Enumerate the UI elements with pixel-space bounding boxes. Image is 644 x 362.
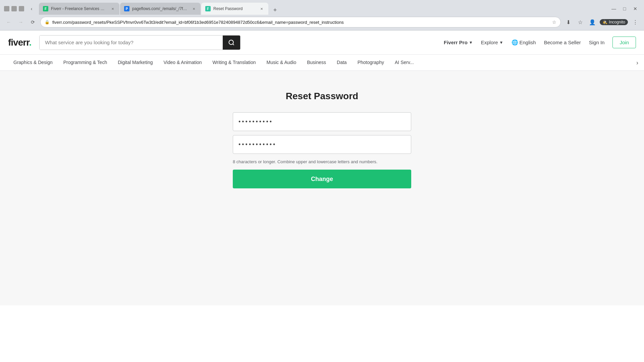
cat-label-0: Graphics & Design	[13, 60, 53, 65]
svg-line-1	[233, 44, 234, 45]
extensions-button[interactable]: ⋮	[631, 17, 640, 27]
cat-label-9: AI Serv...	[395, 60, 414, 65]
forward-button[interactable]: →	[16, 17, 25, 27]
browser-tab-2[interactable]: P pageflows.com/_/emails/_/7fb5... ✕	[120, 3, 201, 15]
bookmark-icon[interactable]: ☆	[552, 19, 556, 25]
browser-chrome: ‹ F Fiverr - Freelance Services Mar... ✕…	[0, 0, 644, 31]
tab-favicon-3: F	[205, 6, 211, 11]
logo-text: fiverr	[8, 37, 29, 48]
profile-button[interactable]: 👤	[588, 17, 597, 27]
cat-data[interactable]: Data	[331, 55, 352, 71]
tab-title-3: Reset Password	[213, 6, 256, 11]
language-link[interactable]: 🌐 English	[512, 39, 536, 46]
change-button-label: Change	[311, 176, 333, 182]
cat-business[interactable]: Business	[302, 55, 331, 71]
new-tab-button[interactable]: +	[270, 5, 280, 15]
fiverr-pro-link[interactable]: Fiverr Pro ▼	[444, 40, 473, 45]
page-title: Reset Password	[286, 91, 358, 102]
site-header: fiverr. Fiverr Pro ▼ Explore ▼ 🌐 E	[0, 31, 644, 55]
cat-label-3: Video & Animation	[163, 60, 202, 65]
category-nav-scroll-right[interactable]: ›	[631, 55, 644, 71]
category-nav: Graphics & Design Programming & Tech Dig…	[0, 55, 644, 71]
window-minimize-button[interactable]: —	[609, 4, 619, 13]
tabs-bar: F Fiverr - Freelance Services Mar... ✕ P…	[39, 3, 606, 15]
minimize-button[interactable]	[4, 6, 9, 11]
window-controls	[4, 6, 24, 11]
fiverr-page: fiverr. Fiverr Pro ▼ Explore ▼ 🌐 E	[0, 31, 644, 305]
search-input[interactable]	[40, 36, 223, 50]
sign-in-link[interactable]: Sign In	[589, 40, 605, 45]
bookmark-star-button[interactable]: ☆	[576, 17, 585, 27]
tab-close-2[interactable]: ✕	[191, 6, 197, 11]
become-seller-label: Become a Seller	[544, 40, 581, 45]
svg-point-0	[229, 40, 233, 44]
explore-link[interactable]: Explore ▼	[481, 40, 503, 45]
main-content: Reset Password 8 characters or longer. C…	[0, 71, 644, 305]
globe-icon: 🌐	[512, 39, 518, 46]
cat-digital-marketing[interactable]: Digital Marketing	[112, 55, 158, 71]
browser-tab-1[interactable]: F Fiverr - Freelance Services Mar... ✕	[39, 3, 119, 15]
download-button[interactable]: ⬇	[564, 17, 573, 27]
cat-ai-services[interactable]: AI Serv...	[389, 55, 419, 71]
cat-label-7: Data	[337, 60, 347, 65]
maximize-button[interactable]	[11, 6, 17, 11]
security-lock-icon: 🔒	[45, 20, 50, 24]
cat-label-5: Music & Audio	[267, 60, 297, 65]
incognito-icon: 🕵	[602, 20, 607, 24]
tab-favicon-2: P	[124, 6, 129, 11]
browser-title-bar: ‹ F Fiverr - Freelance Services Mar... ✕…	[0, 0, 644, 15]
confirm-password-input[interactable]	[233, 135, 411, 154]
search-button[interactable]	[223, 36, 240, 50]
cat-writing-translation[interactable]: Writing & Translation	[207, 55, 261, 71]
cat-programming-tech[interactable]: Programming & Tech	[58, 55, 112, 71]
reset-password-form: 8 characters or longer. Combine upper an…	[233, 112, 411, 188]
fiverr-logo[interactable]: fiverr.	[8, 37, 31, 48]
cat-video-animation[interactable]: Video & Animation	[158, 55, 207, 71]
cat-label-8: Photography	[358, 60, 384, 65]
tab-favicon-1: F	[43, 6, 48, 11]
window-close-x-button[interactable]: ✕	[631, 4, 640, 13]
refresh-button[interactable]: ⟳	[28, 17, 38, 27]
address-bar-icons: ☆	[552, 19, 556, 25]
cat-label-4: Writing & Translation	[213, 60, 256, 65]
back-button[interactable]: ←	[4, 17, 13, 27]
cat-label-6: Business	[307, 60, 326, 65]
browser-tab-3[interactable]: F Reset Password ✕	[201, 3, 268, 15]
window-right-controls: — □ ✕	[609, 4, 640, 13]
address-bar-row: ← → ⟳ 🔒 fiverr.com/password_resets/PkeSS…	[0, 15, 644, 30]
address-bar[interactable]: 🔒 fiverr.com/password_resets/PkeSSPVfmvr…	[40, 17, 561, 27]
address-url: fiverr.com/password_resets/PkeSSPVfmvr0v…	[52, 20, 549, 25]
incognito-badge: 🕵 Incognito	[600, 19, 628, 25]
fiverr-pro-label: Fiverr Pro	[444, 40, 468, 45]
incognito-label: Incognito	[609, 20, 625, 24]
join-button[interactable]: Join	[612, 37, 636, 48]
tab-title-1: Fiverr - Freelance Services Mar...	[51, 6, 107, 11]
become-seller-link[interactable]: Become a Seller	[544, 40, 581, 45]
new-password-input[interactable]	[233, 112, 411, 131]
tab-close-3[interactable]: ✕	[259, 6, 264, 11]
cat-label-1: Programming & Tech	[63, 60, 107, 65]
search-bar	[39, 35, 240, 50]
tab-title-2: pageflows.com/_/emails/_/7fb5...	[132, 6, 189, 11]
close-button[interactable]	[19, 6, 24, 11]
header-nav: Fiverr Pro ▼ Explore ▼ 🌐 English Become …	[444, 37, 636, 48]
explore-label: Explore	[481, 40, 498, 45]
change-password-button[interactable]: Change	[233, 170, 411, 188]
language-label: English	[520, 40, 536, 45]
chevron-down-icon-explore: ▼	[499, 40, 503, 45]
cat-music-audio[interactable]: Music & Audio	[261, 55, 302, 71]
password-hint: 8 characters or longer. Combine upper an…	[233, 159, 411, 164]
cat-label-2: Digital Marketing	[118, 60, 153, 65]
chevron-down-icon: ▼	[469, 40, 473, 45]
window-restore-button[interactable]: □	[620, 4, 629, 13]
tab-close-1[interactable]: ✕	[110, 6, 115, 11]
cat-graphics-design[interactable]: Graphics & Design	[8, 55, 58, 71]
search-icon	[228, 39, 235, 46]
tab-scroll-left-button[interactable]: ‹	[27, 4, 36, 13]
join-label: Join	[620, 40, 629, 45]
logo-dot: .	[29, 37, 32, 48]
sign-in-label: Sign In	[589, 40, 605, 45]
cat-photography[interactable]: Photography	[352, 55, 389, 71]
